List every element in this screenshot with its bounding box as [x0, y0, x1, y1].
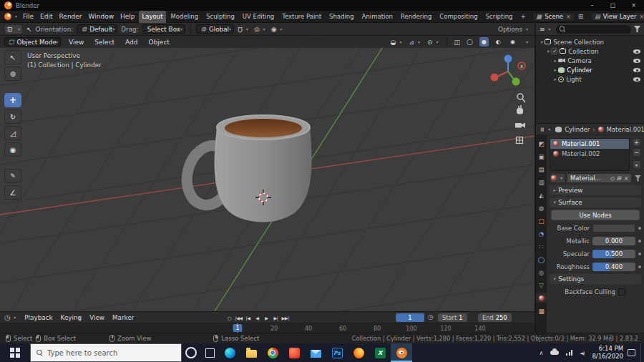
minimize-icon[interactable]: –: [582, 0, 602, 11]
tab-physics-icon[interactable]: [537, 255, 546, 264]
current-frame-field[interactable]: 1: [396, 313, 424, 322]
workspace-tab-texture-paint[interactable]: Texture Paint: [278, 11, 325, 23]
workspace-tab-sculpting[interactable]: Sculpting: [203, 11, 238, 23]
tab-scene-icon[interactable]: [537, 190, 546, 200]
transform-tool-icon[interactable]: [4, 142, 21, 157]
outliner-row-scene-collection[interactable]: Scene Collection: [536, 37, 644, 47]
slot-specials-icon[interactable]: [633, 160, 641, 169]
tab-constraints-icon[interactable]: [537, 268, 546, 277]
workspace-tab-scripting[interactable]: Scripting: [482, 11, 517, 23]
expand-down-icon[interactable]: [540, 39, 542, 45]
animate-property-icon[interactable]: [638, 253, 641, 255]
snap-magnet-icon[interactable]: [238, 26, 250, 33]
expand-right-icon[interactable]: [554, 58, 556, 64]
taskbar-app-store[interactable]: [283, 343, 305, 362]
object-menu[interactable]: Object: [146, 39, 172, 46]
browse-material-icon[interactable]: [550, 173, 565, 183]
unlink-material-icon[interactable]: [623, 175, 628, 182]
menu-file[interactable]: File: [20, 13, 36, 20]
taskbar-search-input[interactable]: [47, 349, 162, 357]
outliner-row-collection[interactable]: Collection: [536, 47, 644, 56]
onedrive-icon[interactable]: [550, 351, 559, 355]
jump-to-end-icon[interactable]: ▶▶|: [281, 313, 289, 322]
navigation-gizmo[interactable]: X: [491, 55, 526, 86]
workspace-tab-layout[interactable]: Layout: [139, 11, 167, 23]
maximize-icon[interactable]: □: [602, 0, 623, 11]
tab-output-icon[interactable]: [537, 165, 546, 174]
proportional-edit-icon[interactable]: [254, 26, 268, 33]
hide-eye-icon[interactable]: [633, 48, 640, 55]
tab-object-data-icon[interactable]: [537, 280, 546, 290]
base-color-swatch[interactable]: [592, 224, 635, 233]
fake-user-icon[interactable]: [610, 175, 614, 182]
active-tool-icon[interactable]: [4, 24, 23, 34]
outliner-search[interactable]: [556, 25, 631, 34]
menu-window[interactable]: Window: [86, 13, 117, 20]
taskbar-app-mail[interactable]: [305, 343, 326, 362]
scene-close-icon[interactable]: [566, 14, 571, 20]
taskbar-app-photoshop[interactable]: Ps: [326, 343, 348, 362]
workspace-tab-compositing[interactable]: Compositing: [436, 11, 481, 23]
taskbar-app-explorer[interactable]: [240, 343, 262, 362]
menu-render[interactable]: Render: [57, 13, 85, 20]
taskbar-app-firefox[interactable]: [348, 343, 369, 362]
tab-object-icon[interactable]: [537, 216, 546, 225]
hide-eye-icon[interactable]: [633, 57, 640, 64]
material-name-field[interactable]: Material...: [567, 173, 632, 183]
surface-section-header[interactable]: Surface: [550, 197, 641, 207]
show-gizmo-icon[interactable]: [409, 39, 422, 46]
shading-material-icon[interactable]: [494, 37, 503, 47]
workspace-tab-animation[interactable]: Animation: [358, 11, 396, 23]
close-icon[interactable]: ×: [623, 0, 644, 11]
action-center-icon[interactable]: [628, 349, 635, 356]
annotate-tool-icon[interactable]: [4, 169, 21, 183]
tab-world-icon[interactable]: [537, 203, 546, 212]
preview-section-header[interactable]: Preview: [550, 185, 641, 195]
timeline-ruler[interactable]: 20 40 60 80 100 120 140 1: [0, 323, 535, 333]
add-workspace-button[interactable]: +: [517, 11, 529, 23]
expand-down-icon[interactable]: [547, 49, 549, 54]
task-view-icon[interactable]: [200, 343, 219, 362]
tab-texture-icon[interactable]: [537, 306, 546, 315]
timeline-view-menu[interactable]: View: [88, 314, 106, 321]
camera-view-icon[interactable]: [515, 123, 525, 128]
add-slot-icon[interactable]: [633, 138, 641, 147]
snap-target-icon[interactable]: [271, 26, 285, 33]
coffee-mug-object[interactable]: [181, 115, 312, 222]
specular-slider[interactable]: 0.500: [592, 250, 635, 258]
material-slot[interactable]: Material.002: [550, 149, 629, 159]
taskbar-app-edge[interactable]: [219, 343, 240, 362]
end-frame-field[interactable]: End 250: [478, 313, 512, 322]
backface-culling-checkbox[interactable]: [618, 288, 625, 295]
viewport-canvas[interactable]: X: [0, 36, 535, 311]
play-reverse-icon[interactable]: ◀: [253, 313, 261, 322]
metallic-slider[interactable]: 0.000: [592, 237, 635, 245]
view-layer-close-icon[interactable]: [639, 14, 644, 20]
next-keyframe-icon[interactable]: ▶|: [272, 313, 280, 322]
outliner-search-input[interactable]: [568, 26, 628, 33]
scene-selector[interactable]: Scene: [532, 12, 575, 21]
pan-hand-icon[interactable]: [517, 105, 523, 114]
properties-editor-icon[interactable]: [540, 126, 552, 133]
outliner-row-cylinder[interactable]: Cylinder: [536, 65, 644, 74]
menu-edit[interactable]: Edit: [37, 13, 55, 20]
play-icon[interactable]: ▶: [263, 313, 270, 322]
timeline-editor-icon[interactable]: [4, 313, 18, 321]
tab-particles-icon[interactable]: [537, 242, 546, 251]
animate-property-icon[interactable]: [638, 265, 641, 268]
prev-keyframe-icon[interactable]: |◀: [244, 313, 252, 322]
new-scene-icon[interactable]: [576, 13, 586, 20]
shading-solid-icon[interactable]: [479, 37, 489, 47]
options-dropdown[interactable]: Options: [498, 26, 530, 33]
select-menu[interactable]: Select: [92, 39, 117, 46]
tray-expand-icon[interactable]: [535, 350, 547, 356]
workspace-tab-modeling[interactable]: Modeling: [167, 11, 202, 23]
toggle-xray-icon[interactable]: [454, 39, 460, 46]
rotate-tool-icon[interactable]: [4, 109, 21, 124]
mode-dropdown[interactable]: Object Mode: [4, 37, 61, 47]
orientation-dropdown[interactable]: Default: [77, 24, 117, 34]
view-menu[interactable]: View: [66, 39, 87, 46]
settings-section-header[interactable]: Settings: [550, 274, 641, 284]
measure-tool-icon[interactable]: [4, 185, 21, 200]
playhead[interactable]: 1: [237, 323, 238, 333]
